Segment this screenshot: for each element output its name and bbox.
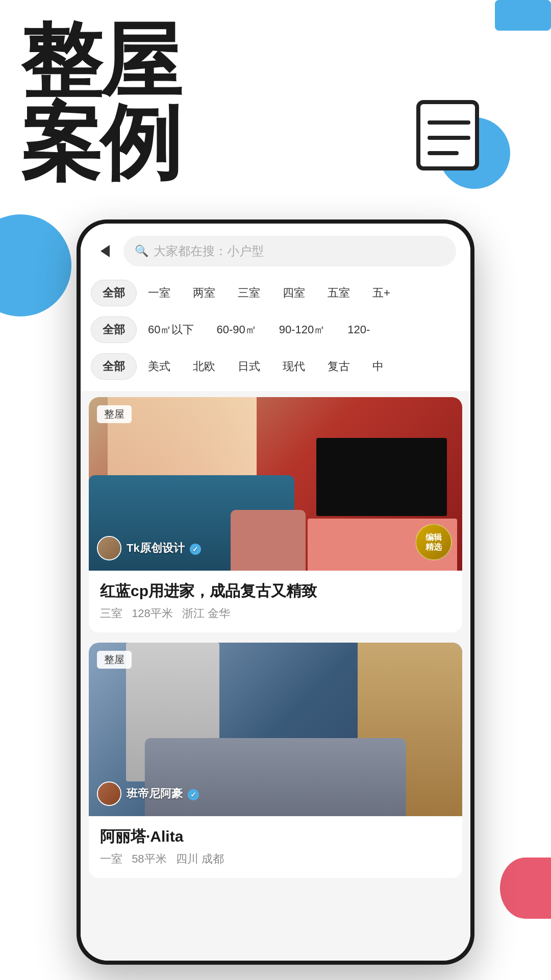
card-1[interactable]: 整屋 Tk原创设计 ✓ 编辑 精选 [89, 397, 462, 632]
filter-style-nordic[interactable]: 北欧 [182, 354, 227, 379]
filter-all-rooms[interactable]: 全部 [91, 280, 137, 306]
search-placeholder-text: 大家都在搜：小户型 [154, 243, 264, 259]
card-1-designer-avatar [97, 536, 121, 560]
card-2-content: 阿丽塔·Alita 一室 58平米 四川 成都 [89, 816, 462, 878]
card-2-meta: 一室 58平米 四川 成都 [100, 851, 451, 867]
filter-style-japanese[interactable]: 日式 [227, 354, 271, 379]
card-1-image: 整屋 Tk原创设计 ✓ 编辑 精选 [89, 397, 462, 571]
card-1-meta: 三室 128平米 浙江 金华 [100, 606, 451, 621]
bg-decoration-top-right [495, 0, 551, 31]
back-button[interactable] [95, 241, 115, 261]
filter-five-room[interactable]: 五室 [316, 280, 361, 306]
filter-style-american[interactable]: 美式 [137, 354, 182, 379]
filter-five-plus-room[interactable]: 五+ [361, 280, 402, 306]
search-box[interactable]: 🔍 大家都在搜：小户型 [123, 236, 456, 266]
filter-one-room[interactable]: 一室 [137, 280, 182, 306]
card-2-location: 四川 成都 [176, 852, 224, 865]
filter-area-120-plus[interactable]: 120- [336, 318, 381, 341]
filter-all-style[interactable]: 全部 [91, 353, 137, 380]
card-1-area: 128平米 [132, 607, 173, 620]
filter-area-90-120[interactable]: 90-120㎡ [268, 317, 337, 342]
hero-title-line1: 整屋 [20, 20, 180, 102]
cards-area: 整屋 Tk原创设计 ✓ 编辑 精选 [81, 391, 470, 961]
card-2[interactable]: 整屋 班帝尼阿豪 ✓ 阿丽塔·Alita 一室 [89, 643, 462, 878]
card-1-editor-pick: 编辑 精选 [415, 524, 452, 560]
card-2-verify-icon: ✓ [188, 789, 199, 800]
card-2-badge: 整屋 [97, 651, 132, 669]
filter-four-room[interactable]: 四室 [271, 280, 316, 306]
card-1-designer-info: Tk原创设计 ✓ [97, 536, 201, 560]
search-area: 🔍 大家都在搜：小户型 [81, 224, 470, 275]
card-2-designer-avatar [97, 781, 121, 806]
filter-two-room[interactable]: 两室 [182, 280, 227, 306]
filter-all-area[interactable]: 全部 [91, 316, 137, 343]
filter-style-chinese[interactable]: 中 [361, 354, 395, 379]
filter-area-60[interactable]: 60㎡以下 [137, 317, 205, 342]
filter-row-style: 全部 美式 北欧 日式 现代 复古 中 [91, 348, 460, 385]
card-1-content: 红蓝cp用进家，成品复古又精致 三室 128平米 浙江 金华 [89, 571, 462, 632]
filter-style-modern[interactable]: 现代 [271, 354, 316, 379]
card-2-designer-name: 班帝尼阿豪 ✓ [127, 786, 199, 801]
card-2-rooms: 一室 [100, 852, 122, 865]
filter-three-room[interactable]: 三室 [227, 280, 271, 306]
card-1-avatar-inner [98, 537, 120, 559]
card-1-title: 红蓝cp用进家，成品复古又精致 [100, 581, 451, 601]
card-1-badge: 整屋 [97, 405, 132, 423]
filter-row-rooms: 全部 一室 两室 三室 四室 五室 五+ [91, 275, 460, 311]
bg-decoration-circle-left [0, 214, 71, 316]
note-icon [408, 94, 490, 176]
phone-mockup: 🔍 大家都在搜：小户型 全部 一室 两室 三室 四室 五室 五+ 全部 60㎡以… [77, 219, 474, 965]
card-1-verify-icon: ✓ [190, 544, 201, 555]
card-2-title: 阿丽塔·Alita [100, 826, 451, 846]
search-icon: 🔍 [135, 244, 148, 258]
phone-screen: 🔍 大家都在搜：小户型 全部 一室 两室 三室 四室 五室 五+ 全部 60㎡以… [81, 224, 470, 961]
card-1-tv [316, 438, 447, 516]
filter-section: 全部 一室 两室 三室 四室 五室 五+ 全部 60㎡以下 60-90㎡ 90-… [81, 275, 470, 391]
back-icon [101, 245, 110, 257]
card-1-rooms: 三室 [100, 607, 122, 620]
filter-area-60-90[interactable]: 60-90㎡ [205, 317, 267, 342]
card-2-designer-info: 班帝尼阿豪 ✓ [97, 781, 199, 806]
svg-rect-0 [418, 102, 477, 168]
filter-style-retro[interactable]: 复古 [316, 354, 361, 379]
card-1-location: 浙江 金华 [182, 607, 230, 620]
card-1-chair [231, 510, 305, 571]
hero-title-line2: 案例 [20, 102, 180, 184]
card-2-area: 58平米 [132, 852, 166, 865]
hero-title-block: 整屋 案例 [20, 20, 180, 184]
card-2-avatar-inner [98, 782, 120, 805]
filter-row-area: 全部 60㎡以下 60-90㎡ 90-120㎡ 120- [91, 311, 460, 348]
card-1-designer-name: Tk原创设计 ✓ [127, 541, 201, 556]
bg-decoration-pink-right [500, 857, 551, 919]
card-2-image: 整屋 班帝尼阿豪 ✓ [89, 643, 462, 816]
